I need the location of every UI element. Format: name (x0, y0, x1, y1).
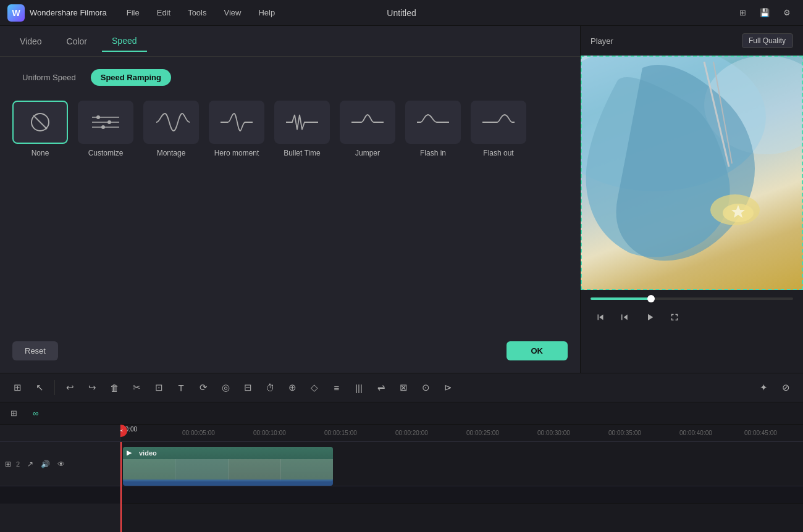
playhead-circle: ✂ (120, 425, 127, 437)
track-rows: ✂ video ▶ (120, 442, 803, 532)
layout-icon[interactable]: ⊞ (734, 4, 751, 22)
preset-none-box[interactable] (12, 101, 68, 144)
tool-undo[interactable]: ↩ (60, 378, 80, 397)
svg-line-1 (33, 115, 47, 129)
tool-redo[interactable]: ↪ (82, 378, 102, 397)
ruler-20s: 00:00:20:00 (395, 430, 428, 436)
quality-dropdown[interactable]: Full Quality 1/2 Quality 1/4 Quality (742, 33, 793, 48)
tool-crop[interactable]: ⊡ (149, 378, 169, 397)
tool-timer[interactable]: ⏱ (260, 378, 280, 397)
uniform-speed-tab[interactable]: Uniform Speed (12, 69, 86, 86)
preset-customize[interactable]: Customize (78, 101, 133, 159)
playhead-line: ✂ (120, 442, 122, 532)
preset-montage[interactable]: Montage (143, 101, 199, 159)
player-video (581, 56, 803, 290)
preset-bullet-label: Bullet Time (284, 149, 320, 159)
ruler-10s: 00:00:10:00 (253, 430, 286, 436)
timeline-link[interactable]: ∞ (27, 405, 44, 422)
save-icon[interactable]: 💾 (756, 4, 773, 22)
ruler-5s: 00:00:05:00 (182, 430, 215, 436)
ruler-15s: 00:00:15:00 (324, 430, 357, 436)
tool-minus[interactable]: ⊟ (238, 378, 258, 397)
tool-levels[interactable]: ≡ (327, 378, 347, 397)
tool-grid[interactable]: ⊞ (7, 378, 27, 397)
preset-jumper-box[interactable] (340, 101, 395, 144)
rewind-button[interactable] (591, 307, 610, 327)
sub-track-bar (123, 480, 333, 486)
preset-none[interactable]: None (12, 101, 68, 159)
tool-rotate[interactable]: ⟳ (193, 378, 213, 397)
preset-flash-in-label: Flash in (420, 149, 446, 159)
menu-edit[interactable]: Edit (149, 4, 178, 21)
speed-tabs: Uniform Speed Speed Ramping (12, 69, 568, 86)
playhead-head: ✂ (120, 425, 127, 437)
preset-flash-in-box[interactable] (405, 101, 461, 144)
preset-flash-out-label: Flash out (483, 149, 513, 159)
thumb-3 (229, 459, 281, 481)
play-button[interactable] (640, 307, 660, 327)
timeline-add[interactable]: ⊞ (5, 405, 22, 422)
track-folder-icon: ↗ (27, 460, 33, 468)
app-title: Wondershare Filmora (30, 8, 107, 17)
menu-view[interactable]: View (216, 4, 248, 21)
preset-hero-label: Hero moment (214, 149, 259, 159)
video-clip[interactable]: video ▶ (123, 447, 333, 481)
tool-sparkle[interactable]: ✦ (754, 378, 773, 397)
preset-hero[interactable]: Hero moment (209, 101, 264, 159)
tab-bar: Video Color Speed (0, 26, 580, 57)
ruler-45s: 00:00:45:00 (744, 430, 777, 436)
tool-settings-right[interactable]: ⊘ (776, 378, 796, 397)
tab-speed[interactable]: Speed (102, 31, 146, 52)
menu-help[interactable]: Help (251, 4, 282, 21)
progress-thumb (647, 295, 655, 302)
tool-delete[interactable]: 🗑 (104, 378, 124, 397)
preset-flash-out-box[interactable] (471, 101, 526, 144)
svg-point-6 (107, 120, 111, 124)
player-header: Player Full Quality 1/2 Quality 1/4 Qual… (581, 26, 803, 56)
tool-circle[interactable]: ◎ (216, 378, 235, 397)
speed-ramping-tab[interactable]: Speed Ramping (91, 69, 171, 86)
toolbar-right: ✦ ⊘ (754, 378, 796, 397)
tab-color[interactable]: Color (57, 31, 97, 51)
video-frame (581, 56, 803, 290)
quality-selector: Full Quality 1/2 Quality 1/4 Quality (742, 33, 793, 48)
tool-play-small[interactable]: ⊳ (438, 378, 458, 397)
right-panel: Player Full Quality 1/2 Quality 1/4 Qual… (581, 26, 803, 373)
preset-customize-box[interactable] (78, 101, 133, 144)
ruler-30s: 00:00:30:00 (537, 430, 570, 436)
tool-box[interactable]: ⊠ (393, 378, 413, 397)
ruler-40s: 00:00:40:00 (679, 430, 712, 436)
tool-target[interactable]: ⊙ (416, 378, 435, 397)
preset-hero-box[interactable] (209, 101, 264, 144)
preset-bullet[interactable]: Bullet Time (274, 101, 330, 159)
reset-button[interactable]: Reset (12, 341, 58, 360)
preset-flash-in[interactable]: Flash in (405, 101, 461, 159)
thumb-2 (175, 459, 228, 481)
toolbar: ⊞ ↖ ↩ ↪ 🗑 ✂ ⊡ T ⟳ ◎ ⊟ ⏱ ⊕ ◇ ≡ ||| ⇌ ⊠ ⊙ … (0, 373, 803, 402)
track-eye-icon: 👁 (57, 460, 65, 468)
preset-flash-out[interactable]: Flash out (471, 101, 526, 159)
tool-cut[interactable]: ✂ (127, 378, 146, 397)
speed-panel: Uniform Speed Speed Ramping None (0, 57, 580, 373)
clip-play-icon: ▶ (127, 449, 132, 457)
ok-button[interactable]: OK (507, 341, 568, 360)
menu-file[interactable]: File (119, 4, 147, 21)
ruler-spacer (0, 425, 120, 442)
tool-bars[interactable]: ||| (349, 378, 369, 397)
tool-swap[interactable]: ⇌ (371, 378, 391, 397)
progress-bar[interactable] (591, 297, 793, 300)
step-back-button[interactable] (615, 307, 635, 327)
preset-montage-box[interactable] (143, 101, 199, 144)
tool-select[interactable]: ↖ (30, 378, 49, 397)
tab-video[interactable]: Video (10, 31, 52, 51)
tool-diamond[interactable]: ◇ (305, 378, 324, 397)
tool-add[interactable]: ⊕ (282, 378, 302, 397)
preset-bullet-box[interactable] (274, 101, 330, 144)
settings-icon[interactable]: ⚙ (778, 4, 796, 22)
app-logo-icon: W (7, 4, 25, 22)
fullscreen-button[interactable] (665, 307, 684, 327)
tool-text[interactable]: T (171, 378, 191, 397)
menu-tools[interactable]: Tools (180, 4, 214, 21)
track-count-icon: ⊞ (5, 460, 11, 468)
preset-jumper[interactable]: Jumper (340, 101, 395, 159)
